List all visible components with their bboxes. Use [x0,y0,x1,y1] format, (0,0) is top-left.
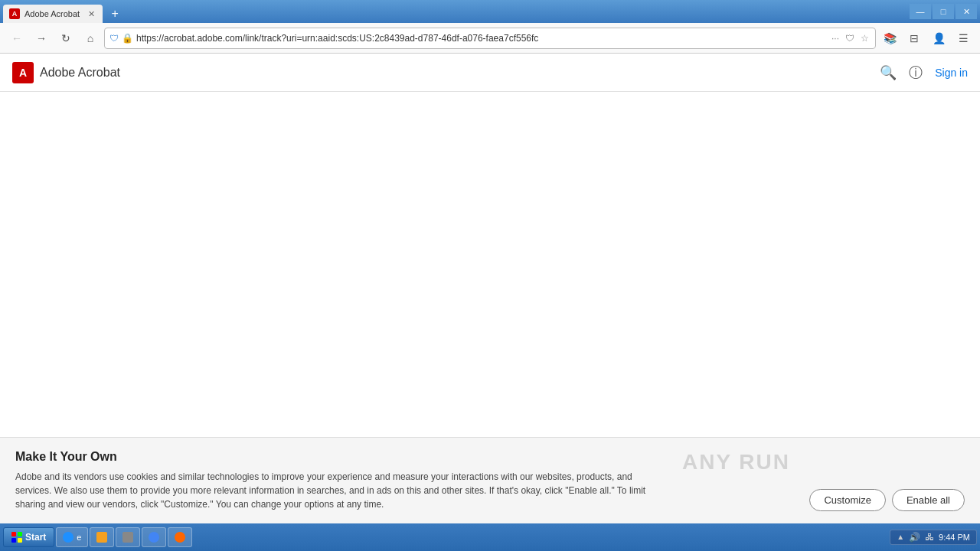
enable-all-button[interactable]: Enable all [892,489,965,511]
chrome-icon [149,532,159,543]
help-icon[interactable]: ⓘ [909,64,923,82]
media-icon [122,532,133,543]
cookie-logo-area: ANY RUN [675,450,797,474]
sign-in-button[interactable]: Sign in [935,67,968,79]
taskbar-right: ▲ 🔊 🖧 9:44 PM [890,530,977,545]
tab-favicon [9,8,20,19]
app-header: A Adobe Acrobat 🔍 ⓘ Sign in [0,54,980,92]
taskbar-app-folder[interactable] [90,527,114,547]
browser-tab[interactable]: Adobe Acrobat ✕ [3,5,103,23]
tab-bar: Adobe Acrobat ✕ + [3,0,910,23]
sidebar-button[interactable]: ⊟ [903,28,925,49]
os-window: Adobe Acrobat ✕ + — □ ✕ ← → ↻ ⌂ 🛡 🔒 ··· … [0,0,980,551]
start-label: Start [25,532,46,543]
taskbar-app-media[interactable] [116,527,140,547]
ie-icon [63,532,74,543]
bookmarks-button[interactable]: 📚 [879,28,900,49]
new-tab-button[interactable]: + [106,5,124,23]
url-input[interactable] [136,33,827,44]
address-bar: 🛡 🔒 ··· 🛡 ☆ [104,28,876,49]
windows-logo-icon [11,532,22,543]
reader-mode-icon[interactable]: 🛡 [844,31,856,45]
app-logo: A Adobe Acrobat [12,62,120,83]
address-extras: ··· 🛡 ☆ [830,31,871,45]
home-button[interactable]: ⌂ [80,28,101,49]
close-button[interactable]: ✕ [956,4,977,19]
taskbar-apps: e [56,527,888,547]
security-shield-icon: 🛡 [109,33,119,44]
time-display: 9:44 PM [939,532,970,543]
search-icon[interactable]: 🔍 [880,64,897,81]
tray-arrow-icon[interactable]: ▲ [897,533,904,541]
customize-button[interactable]: Customize [809,489,885,511]
taskbar: Start e ▲ 🔊 🖧 [0,523,980,551]
taskbar-app-ie[interactable]: e [56,527,88,547]
lock-icon: 🔒 [122,33,133,44]
bookmark-icon[interactable]: ☆ [859,31,871,45]
cookie-body-text: Adobe and its vendors use cookies and si… [15,470,662,511]
maximize-button[interactable]: □ [933,4,954,19]
taskbar-app-firefox[interactable] [168,527,192,547]
navigation-bar: ← → ↻ ⌂ 🛡 🔒 ··· 🛡 ☆ 📚 ⊟ 👤 ☰ [0,23,980,54]
cookie-text-area: Make It Your Own Adobe and its vendors u… [15,450,662,511]
volume-icon[interactable]: 🔊 [909,532,920,543]
cookie-btn-row: Customize Enable all [809,489,965,511]
adobe-icon: A [12,62,34,83]
network-icon[interactable]: 🖧 [925,532,934,543]
folder-icon [96,532,107,543]
forward-button[interactable]: → [31,28,52,49]
tab-title: Adobe Acrobat [24,9,80,18]
menu-button[interactable]: ☰ [952,28,974,49]
refresh-button[interactable]: ↻ [55,28,77,49]
cookie-title: Make It Your Own [15,450,662,464]
firefox-icon [175,532,185,543]
cookie-banner: Make It Your Own Adobe and its vendors u… [0,437,980,523]
minimize-button[interactable]: — [910,4,931,19]
header-right: 🔍 ⓘ Sign in [880,64,968,82]
taskbar-app-ie-label: e [77,533,81,542]
start-button[interactable]: Start [3,527,54,547]
more-options-icon[interactable]: ··· [830,31,841,45]
title-bar: Adobe Acrobat ✕ + — □ ✕ [0,0,980,23]
tab-close-button[interactable]: ✕ [86,8,96,19]
app-name-label: Adobe Acrobat [40,66,120,80]
system-clock: 9:44 PM [939,532,970,543]
nav-right-controls: 📚 ⊟ 👤 ☰ [879,28,974,49]
window-controls: — □ ✕ [910,4,977,19]
anyrun-logo: ANY RUN [682,450,790,474]
cookie-buttons: Customize Enable all [809,489,965,511]
system-tray: ▲ 🔊 🖧 9:44 PM [890,530,977,545]
taskbar-app-chrome[interactable] [142,527,166,547]
account-button[interactable]: 👤 [928,28,949,49]
back-button[interactable]: ← [6,28,28,49]
